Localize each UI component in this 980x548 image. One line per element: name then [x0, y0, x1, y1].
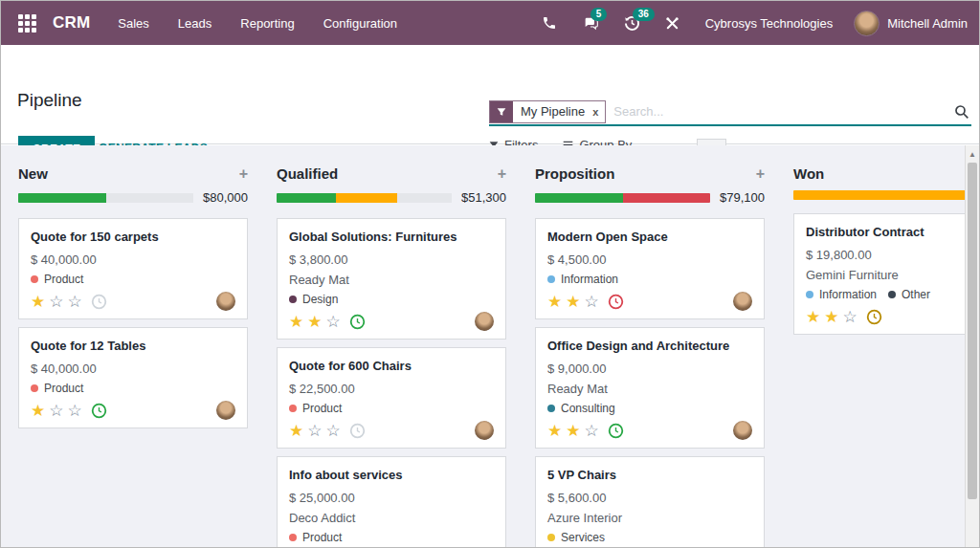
priority-star-icon[interactable]: ★: [566, 294, 580, 310]
salesperson-avatar[interactable]: [475, 312, 494, 331]
apps-menu-button[interactable]: [11, 7, 43, 39]
priority-star-icon[interactable]: ☆: [843, 309, 858, 325]
priority-star-icon[interactable]: ☆: [49, 294, 63, 310]
salesperson-avatar[interactable]: [216, 292, 235, 311]
menu-reporting[interactable]: Reporting: [226, 3, 308, 44]
priority-star-icon[interactable]: ☆: [585, 423, 599, 439]
activity-clock-icon[interactable]: [608, 294, 624, 310]
salesperson-avatar[interactable]: [475, 421, 494, 440]
priority-star-icon[interactable]: ☆: [326, 314, 341, 330]
priority-star-icon[interactable]: ★: [307, 314, 322, 330]
priority-star-icon[interactable]: ★: [566, 423, 580, 439]
card-tags: Product: [289, 402, 494, 415]
activity-clock-icon[interactable]: [349, 423, 366, 439]
priority-star-icon[interactable]: ★: [547, 423, 562, 439]
kanban-card[interactable]: Distributor Contract $ 19,800.00 Gemini …: [793, 213, 979, 335]
kanban-card[interactable]: Quote for 12 Tables $ 40,000.00 Product …: [18, 327, 248, 428]
tag-label: Information: [561, 273, 618, 286]
kanban-column: Proposition + $79,100 Modern Open Space …: [525, 145, 784, 547]
activity-clock-icon[interactable]: [866, 309, 882, 325]
tag: Information: [547, 273, 618, 286]
messages-count-badge: 5: [590, 8, 608, 21]
priority-star-icon[interactable]: ☆: [49, 403, 63, 419]
kanban-card[interactable]: Modern Open Space $ 4,500.00 Information…: [535, 218, 765, 319]
facet-remove-icon[interactable]: x: [592, 101, 605, 122]
scroll-up-arrow[interactable]: ▲: [966, 145, 979, 159]
tag-dot: [289, 534, 297, 541]
activity-clock-icon[interactable]: [91, 294, 107, 310]
quick-add-icon[interactable]: +: [239, 166, 248, 182]
menu-sales[interactable]: Sales: [103, 3, 164, 44]
card-tags: Information Other: [806, 288, 979, 301]
column-header: Won +: [793, 165, 979, 200]
menu-configuration[interactable]: Configuration: [309, 3, 412, 44]
quick-add-icon[interactable]: +: [498, 166, 506, 182]
kanban-card[interactable]: Quote for 150 carpets $ 40,000.00 Produc…: [18, 218, 248, 319]
priority-star-icon[interactable]: ★: [289, 423, 303, 439]
column-amount: $51,300: [461, 190, 506, 205]
priority-star-icon[interactable]: ★: [806, 309, 820, 325]
search-facet-my-pipeline[interactable]: My Pipeline x: [489, 100, 606, 123]
column-progressbar: [793, 190, 979, 200]
debug-tools-button[interactable]: [653, 7, 692, 40]
voip-phone-button[interactable]: [529, 6, 569, 40]
progress-segment[interactable]: [18, 193, 106, 203]
column-title: Qualified: [277, 165, 498, 182]
priority-star-icon[interactable]: ★: [31, 403, 45, 419]
progress-segment[interactable]: [277, 193, 336, 203]
search-icon[interactable]: [952, 104, 971, 120]
kanban-card[interactable]: Info about services $ 25,000.00 Deco Add…: [277, 456, 506, 547]
progress-segment[interactable]: [397, 193, 452, 203]
progress-segment[interactable]: [336, 193, 397, 203]
company-switcher[interactable]: Cybrosys Technologies: [705, 16, 833, 31]
priority-stars: ★★☆: [547, 423, 603, 439]
search-input[interactable]: [613, 104, 952, 119]
priority-star-icon[interactable]: ☆: [326, 423, 341, 439]
activity-clock-icon[interactable]: [91, 403, 107, 419]
priority-star-icon[interactable]: ★: [547, 294, 562, 310]
card-company: Ready Mat: [547, 382, 752, 396]
tag-dot: [547, 275, 555, 283]
activities-button[interactable]: 36: [612, 6, 653, 41]
priority-star-icon[interactable]: ☆: [68, 294, 82, 310]
kanban-card[interactable]: 5 VP Chairs $ 5,600.00 Azure Interior Se…: [535, 456, 765, 547]
priority-star-icon[interactable]: ★: [31, 294, 45, 310]
kanban-column: New + $80,000 Quote for 150 carpets $ 40…: [9, 145, 267, 547]
tag-label: Information: [819, 288, 877, 301]
progress-segment[interactable]: [535, 193, 623, 203]
kanban-card[interactable]: Office Design and Architecture $ 9,000.0…: [535, 327, 765, 449]
salesperson-avatar[interactable]: [733, 421, 752, 440]
card-title: Office Design and Architecture: [547, 339, 752, 353]
priority-stars: ★★☆: [806, 309, 861, 325]
progress-segment[interactable]: [106, 193, 194, 203]
messages-button[interactable]: 5: [569, 6, 612, 40]
priority-star-icon[interactable]: ★: [824, 309, 838, 325]
priority-star-icon[interactable]: ★: [289, 314, 303, 330]
priority-star-icon[interactable]: ☆: [307, 423, 322, 439]
activity-clock-icon[interactable]: [608, 423, 624, 439]
card-amount: $ 5,600.00: [547, 491, 752, 505]
menu-leads[interactable]: Leads: [164, 3, 226, 44]
kanban-card[interactable]: Quote for 600 Chairs $ 22,500.00 Product…: [277, 347, 506, 449]
app-title[interactable]: CRM: [53, 13, 90, 33]
activity-clock-icon[interactable]: [349, 314, 366, 330]
salesperson-avatar[interactable]: [216, 401, 235, 420]
column-progressbar: [535, 193, 710, 203]
priority-star-icon[interactable]: ☆: [585, 294, 599, 310]
priority-star-icon[interactable]: ☆: [68, 403, 82, 419]
user-menu[interactable]: Mitchell Admin: [854, 11, 968, 36]
progress-segment[interactable]: [623, 193, 711, 203]
progress-segment[interactable]: [793, 190, 979, 200]
quick-add-icon[interactable]: +: [756, 166, 765, 182]
salesperson-avatar[interactable]: [733, 292, 752, 311]
card-tags: Product: [31, 382, 235, 395]
tag-dot: [547, 534, 555, 541]
kanban-card[interactable]: Global Solutions: Furnitures $ 3,800.00 …: [277, 218, 506, 340]
search-bar[interactable]: My Pipeline x: [489, 99, 971, 126]
vertical-scrollbar[interactable]: ▲: [965, 145, 979, 547]
tag-dot: [289, 296, 297, 303]
kanban-board: New + $80,000 Quote for 150 carpets $ 40…: [1, 145, 979, 547]
column-title: New: [18, 165, 239, 182]
scrollbar-thumb[interactable]: [968, 163, 977, 499]
column-header: Proposition + $79,100: [535, 165, 765, 205]
